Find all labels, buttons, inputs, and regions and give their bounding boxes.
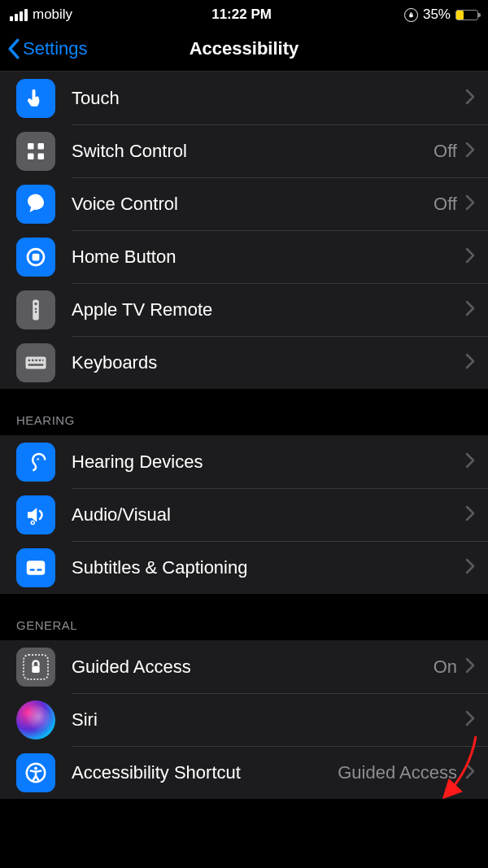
label: Home Button — [72, 246, 457, 268]
status-right: 35% — [404, 7, 478, 23]
touch-icon — [16, 79, 55, 118]
row-switch-control[interactable]: Switch Control Off — [0, 124, 488, 177]
row-subtitles[interactable]: Subtitles & Captioning — [0, 541, 488, 594]
row-guided-access[interactable]: Guided Access On — [0, 640, 488, 693]
label: Apple TV Remote — [72, 299, 457, 321]
group-physical: Touch Switch Control Off Voice Control O… — [0, 72, 488, 389]
chevron-right-icon — [465, 763, 475, 783]
svg-rect-18 — [28, 364, 44, 366]
audio-visual-icon — [16, 495, 55, 534]
label: Voice Control — [72, 194, 425, 215]
row-apple-tv-remote[interactable]: Apple TV Remote — [0, 283, 488, 336]
svg-rect-23 — [37, 569, 41, 571]
svg-rect-7 — [33, 253, 40, 260]
detail-value: Off — [434, 141, 457, 162]
chevron-right-icon — [465, 300, 475, 320]
svg-point-26 — [34, 766, 37, 770]
chevron-right-icon — [465, 194, 475, 214]
row-home-button[interactable]: Home Button — [0, 230, 488, 283]
carrier-label: mobily — [33, 7, 72, 23]
chevron-right-icon — [465, 657, 475, 677]
apple-tv-remote-icon — [16, 290, 55, 329]
switch-control-icon — [16, 132, 55, 171]
chevron-right-icon — [465, 452, 475, 472]
chevron-right-icon — [465, 505, 475, 525]
label: Keyboards — [72, 352, 457, 373]
back-button[interactable]: Settings — [0, 38, 88, 59]
svg-rect-16 — [39, 359, 41, 361]
accessibility-shortcut-icon — [16, 753, 55, 792]
status-bar: mobily 11:22 PM 35% — [0, 0, 488, 26]
detail-value: On — [434, 656, 457, 678]
label: Accessibility Shortcut — [72, 762, 329, 783]
status-left: mobily — [10, 7, 79, 23]
row-siri[interactable]: Siri — [0, 693, 488, 746]
svg-rect-17 — [42, 359, 43, 361]
svg-point-9 — [34, 302, 37, 305]
row-hearing-devices[interactable]: Hearing Devices — [0, 435, 488, 488]
home-button-icon — [16, 238, 55, 277]
rotation-lock-icon — [404, 8, 418, 22]
svg-rect-24 — [32, 665, 39, 672]
label: Siri — [72, 709, 457, 731]
chevron-right-icon — [465, 247, 475, 267]
svg-rect-5 — [38, 153, 45, 159]
svg-point-20 — [32, 521, 34, 524]
group-tail — [0, 799, 488, 856]
siri-icon — [16, 700, 55, 739]
svg-rect-1 — [410, 14, 412, 16]
svg-rect-15 — [35, 359, 37, 361]
svg-rect-3 — [38, 143, 45, 150]
svg-rect-4 — [28, 153, 34, 159]
row-voice-control[interactable]: Voice Control Off — [0, 177, 488, 230]
svg-rect-12 — [26, 356, 46, 369]
label: Hearing Devices — [72, 451, 457, 473]
row-touch[interactable]: Touch — [0, 72, 488, 124]
svg-point-11 — [35, 311, 37, 313]
label: Guided Access — [72, 656, 425, 678]
hearing-devices-icon — [16, 443, 55, 482]
label: Subtitles & Captioning — [72, 557, 457, 578]
guided-access-icon — [16, 648, 55, 687]
svg-point-10 — [35, 308, 37, 310]
group-general: Guided Access On Siri Accessibility Shor… — [0, 640, 488, 799]
svg-rect-13 — [28, 359, 31, 361]
chevron-right-icon — [465, 710, 475, 730]
label: Audio/Visual — [72, 504, 457, 526]
row-keyboards[interactable]: Keyboards — [0, 336, 488, 389]
label: Switch Control — [72, 141, 425, 162]
group-header-hearing: HEARING — [0, 389, 488, 435]
chevron-right-icon — [465, 142, 475, 161]
battery-icon — [455, 10, 478, 20]
back-label: Settings — [23, 38, 88, 59]
group-hearing: Hearing Devices Audio/Visual Subtitles &… — [0, 435, 488, 594]
keyboard-icon — [16, 343, 55, 382]
row-accessibility-shortcut[interactable]: Accessibility Shortcut Guided Access — [0, 746, 488, 799]
clock-time: 11:22 PM — [211, 7, 272, 23]
chevron-left-icon — [7, 38, 21, 59]
detail-value: Off — [434, 194, 457, 215]
detail-value: Guided Access — [338, 762, 457, 783]
group-header-general: GENERAL — [0, 594, 488, 640]
voice-control-icon — [16, 185, 55, 224]
label: Touch — [72, 88, 457, 109]
nav-bar: Settings Accessibility — [0, 26, 488, 72]
svg-rect-2 — [28, 143, 34, 150]
svg-rect-22 — [30, 569, 35, 571]
chevron-right-icon — [465, 558, 475, 578]
cellular-signal-icon — [10, 9, 28, 21]
chevron-right-icon — [465, 353, 475, 373]
battery-percent: 35% — [423, 7, 451, 23]
chevron-right-icon — [465, 89, 475, 108]
svg-rect-21 — [27, 560, 46, 575]
svg-rect-14 — [32, 359, 34, 361]
row-audio-visual[interactable]: Audio/Visual — [0, 488, 488, 541]
subtitles-icon — [16, 548, 55, 587]
